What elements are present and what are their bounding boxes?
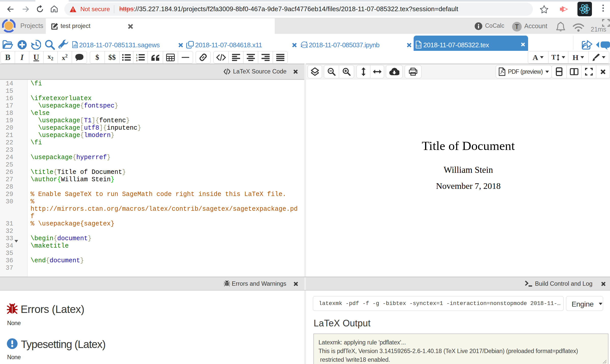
svg-text:3: 3 <box>136 59 137 61</box>
svg-text:2: 2 <box>136 56 137 59</box>
svg-text:TEX: TEX <box>416 44 421 48</box>
svg-text:1: 1 <box>136 54 137 56</box>
svg-text:ipynb: ipynb <box>302 44 307 46</box>
